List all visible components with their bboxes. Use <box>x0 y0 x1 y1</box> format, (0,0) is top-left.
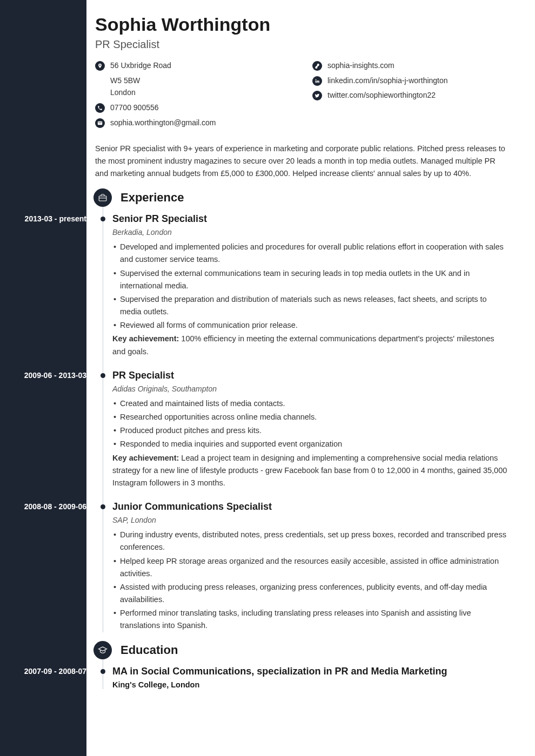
bullet: Assisted with producing press releases, … <box>112 581 508 606</box>
bullet: Supervised the preparation and distribut… <box>112 293 508 318</box>
experience-entry: 2013-03 - present Senior PR Specialist B… <box>112 213 508 358</box>
contact-email: sophia.worthington@gmail.com <box>95 118 291 129</box>
contact-phone: 07700 900556 <box>95 103 291 113</box>
twitter-icon <box>312 91 322 100</box>
bullet: Performed minor translating tasks, inclu… <box>112 607 508 632</box>
twitter-text: twitter.com/sophieworthington22 <box>327 90 436 101</box>
timeline-dot <box>101 373 105 378</box>
education-entry: 2007-09 - 2008-07 MA in Social Communica… <box>112 666 508 689</box>
entry-company: SAP, London <box>112 516 508 524</box>
entry-title: Senior PR Specialist <box>112 213 508 225</box>
experience-entry: 2008-08 - 2009-06 Junior Communications … <box>112 501 508 632</box>
contact-left-column: 56 Uxbridge Road W5 5BW London 07700 900… <box>95 60 291 133</box>
entry-company: Berkadia, London <box>112 228 508 237</box>
location-icon <box>95 61 105 71</box>
entry-dates: 2008-08 - 2009-06 <box>6 502 93 511</box>
linkedin-text: linkedin.com/in/sophia-j-worthington <box>327 76 448 86</box>
degree-title: MA in Social Communications, specializat… <box>112 666 508 677</box>
education-timeline: 2007-09 - 2008-07 MA in Social Communica… <box>95 666 508 689</box>
bullet: Researched opportunities across online m… <box>112 411 508 423</box>
experience-title: Experience <box>121 191 184 205</box>
timeline-dot <box>101 217 105 221</box>
entry-title: Junior Communications Specialist <box>112 501 508 512</box>
contact-right-column: sophia-insights.com linkedin.com/in/soph… <box>312 60 508 133</box>
address-line1: 56 Uxbridge Road <box>110 60 171 71</box>
experience-entry: 2009-06 - 2013-03 PR Specialist Adidas O… <box>112 370 508 489</box>
website-text: sophia-insights.com <box>327 60 394 71</box>
experience-timeline: 2013-03 - present Senior PR Specialist B… <box>95 213 508 632</box>
contact-twitter: twitter.com/sophieworthington22 <box>312 90 508 101</box>
email-text: sophia.worthington@gmail.com <box>110 118 216 129</box>
bullet: Responded to media inquiries and support… <box>112 438 508 450</box>
contact-linkedin: linkedin.com/in/sophia-j-worthington <box>312 76 508 86</box>
key-achievement: Key achievement: Lead a project team in … <box>112 452 508 490</box>
bullet: Helped keep PR storage areas organized a… <box>112 555 508 580</box>
phone-icon <box>95 103 105 113</box>
key-achievement: Key achievement: 100% efficiency in meet… <box>112 333 508 357</box>
main-content: Sophia Worthington PR Specialist 56 Uxbr… <box>86 0 535 756</box>
education-title: Education <box>121 643 178 657</box>
entry-dates: 2007-09 - 2008-07 <box>6 667 93 676</box>
entry-title: PR Specialist <box>112 370 508 381</box>
bullet: During industry events, distributed note… <box>112 529 508 554</box>
linkedin-icon <box>312 76 322 86</box>
timeline-dot <box>101 669 105 674</box>
briefcase-icon <box>93 188 112 207</box>
bullet: Developed and implemented policies and p… <box>112 241 508 266</box>
bullet: Reviewed all forms of communication prio… <box>112 319 508 332</box>
entry-company: Adidas Originals, Southampton <box>112 384 508 393</box>
contact-website: sophia-insights.com <box>312 60 508 71</box>
entry-dates: 2013-03 - present <box>6 214 93 223</box>
address-line3: London <box>110 86 291 98</box>
experience-header: Experience <box>93 188 508 207</box>
contact-address: 56 Uxbridge Road <box>95 60 291 71</box>
school-name: King's College, London <box>112 680 508 689</box>
graduation-cap-icon <box>93 641 112 659</box>
education-header: Education <box>93 641 508 659</box>
bullet: Supervised the external communications t… <box>112 267 508 292</box>
entry-dates: 2009-06 - 2013-03 <box>6 371 93 380</box>
summary-text: Senior PR specialist with 9+ years of ex… <box>95 143 508 180</box>
link-icon <box>312 61 322 71</box>
person-name: Sophia Worthington <box>95 14 508 35</box>
job-title: PR Specialist <box>95 38 508 51</box>
bullet: Produced product pitches and press kits. <box>112 424 508 437</box>
bullet: Created and maintained lists of media co… <box>112 397 508 410</box>
timeline-dot <box>101 504 105 509</box>
phone-text: 07700 900556 <box>110 103 159 113</box>
address-line2: W5 5BW <box>110 75 291 86</box>
email-icon <box>95 118 105 128</box>
contact-section: 56 Uxbridge Road W5 5BW London 07700 900… <box>95 60 508 133</box>
svg-rect-0 <box>99 196 106 201</box>
